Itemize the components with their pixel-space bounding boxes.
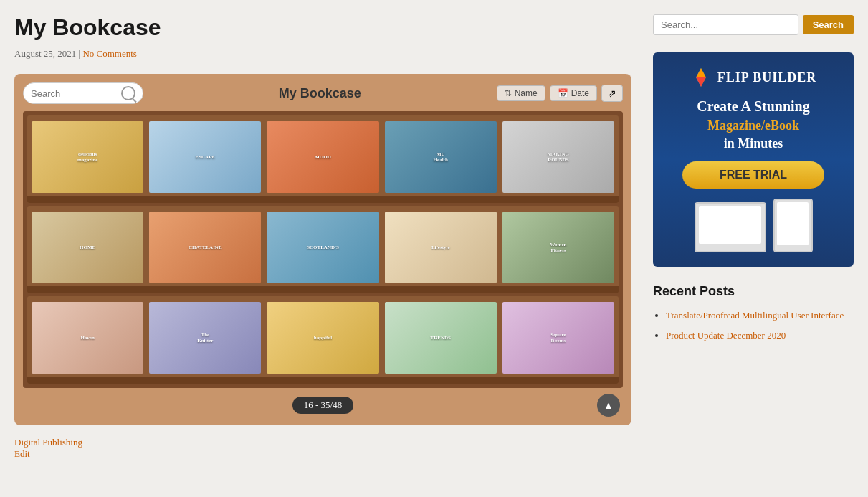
book-square-rooms[interactable]: SquareRooms: [502, 302, 614, 374]
sidebar-search-button[interactable]: Search: [803, 15, 854, 34]
list-item: Product Update December 2020: [666, 329, 854, 342]
shelf-row-1: deliciousmagazine ESCAPE MOOD MUHealth M…: [27, 115, 619, 203]
flip-subheadline: Magazine/eBook: [664, 118, 842, 133]
sidebar-search-input[interactable]: [653, 14, 798, 35]
mockup-screen: [699, 206, 760, 244]
shelf-row-3: Haven TheKnitter happiful TRENDS SquareR…: [27, 296, 619, 384]
shelf-container: deliciousmagazine ESCAPE MOOD MUHealth M…: [23, 111, 623, 388]
mockup-tablet: [773, 199, 813, 252]
recent-post-link-1[interactable]: Translate/Proofread Multilingual User In…: [666, 310, 844, 321]
no-comments-link[interactable]: No Comments: [82, 48, 136, 59]
bookcase-footer: 16 - 35/48 ▲: [23, 394, 623, 417]
sidebar-search: Search: [653, 14, 854, 35]
tag-edit[interactable]: Edit: [14, 448, 30, 459]
flip-builder-ad[interactable]: FLIP BUILDER Create A Stunning Magazine/…: [653, 52, 854, 267]
bookcase-search-box[interactable]: [23, 82, 143, 104]
scroll-top-button[interactable]: ▲: [597, 394, 620, 417]
post-date: August 25, 2021: [14, 48, 76, 59]
recent-posts-section: Recent Posts Translate/Proofread Multili…: [653, 284, 854, 342]
book-lifestyle[interactable]: Lifestyle: [385, 212, 497, 283]
footer-row: 16 - 35/48 ▲: [26, 394, 620, 417]
post-tags: Digital Publishing Edit: [14, 437, 631, 460]
svg-marker-4: [696, 77, 706, 87]
flip-logo: FLIP BUILDER: [664, 67, 842, 88]
book-happiful[interactable]: happiful: [267, 302, 378, 374]
book-trends[interactable]: TRENDS: [385, 302, 497, 374]
calendar-icon: 📅: [558, 88, 568, 98]
book-escape[interactable]: ESCAPE: [149, 121, 261, 193]
mockup-monitor: [695, 202, 766, 252]
bookcase-controls: ⇅ Name 📅 Date ⇗: [497, 85, 623, 102]
sort-icon: ⇅: [505, 88, 512, 98]
page-title: My Bookcase: [14, 14, 631, 41]
svg-marker-3: [696, 68, 706, 77]
post-meta: August 25, 2021 | No Comments: [14, 48, 631, 60]
sidebar: Search FLIP BUILDER Create A Stunning Ma…: [653, 14, 854, 460]
mockup-tablet-screen: [777, 202, 808, 245]
share-button[interactable]: ⇗: [601, 85, 623, 102]
flip-trial-button[interactable]: FREE TRIAL: [682, 161, 824, 189]
book-mood[interactable]: MOOD: [267, 121, 378, 193]
sort-date-button[interactable]: 📅 Date: [550, 85, 597, 101]
book-mu-health[interactable]: MUHealth: [385, 121, 497, 193]
bookcase-widget: My Bookcase ⇅ Name 📅 Date ⇗: [14, 74, 631, 425]
share-icon: ⇗: [608, 87, 616, 99]
shelf-row-2: HOME CHATELAINE SCOTLAND'S Lifestyle Wom…: [27, 206, 619, 293]
flip-device-mockup: [664, 199, 842, 252]
flip-logo-icon: [690, 67, 712, 88]
bookcase-header: My Bookcase ⇅ Name 📅 Date ⇗: [23, 82, 623, 104]
sort-name-button[interactable]: ⇅ Name: [497, 85, 545, 101]
sort-date-label: Date: [571, 88, 589, 98]
recent-posts-title: Recent Posts: [653, 284, 854, 299]
book-women-fitness[interactable]: WomenFitness: [502, 212, 614, 283]
book-home[interactable]: HOME: [32, 212, 143, 283]
tag-digital-publishing[interactable]: Digital Publishing: [14, 437, 82, 448]
main-content: My Bookcase August 25, 2021 | No Comment…: [14, 14, 631, 460]
meta-separator: |: [79, 48, 81, 59]
book-scotlands[interactable]: SCOTLAND'S: [267, 212, 378, 283]
bookcase-search-icon: [121, 86, 135, 100]
list-item: Translate/Proofread Multilingual User In…: [666, 309, 854, 322]
book-chatelaine[interactable]: CHATELAINE: [149, 212, 261, 283]
bookcase-title: My Bookcase: [279, 86, 361, 101]
bookcase-search-input[interactable]: [31, 88, 117, 99]
sort-name-label: Name: [515, 88, 538, 98]
flip-headline: Create A Stunning: [664, 97, 842, 115]
flip-logo-text: FLIP BUILDER: [717, 70, 817, 85]
flip-sub2: in Minutes: [664, 136, 842, 151]
book-making-rounds[interactable]: MAKINGROUNDS: [502, 121, 614, 193]
page-indicator: 16 - 35/48: [292, 397, 353, 414]
recent-posts-list: Translate/Proofread Multilingual User In…: [653, 309, 854, 342]
book-knitter[interactable]: TheKnitter: [149, 302, 261, 374]
book-delicious[interactable]: deliciousmagazine: [32, 121, 143, 193]
book-haven[interactable]: Haven: [32, 302, 143, 374]
recent-post-link-2[interactable]: Product Update December 2020: [666, 330, 786, 341]
